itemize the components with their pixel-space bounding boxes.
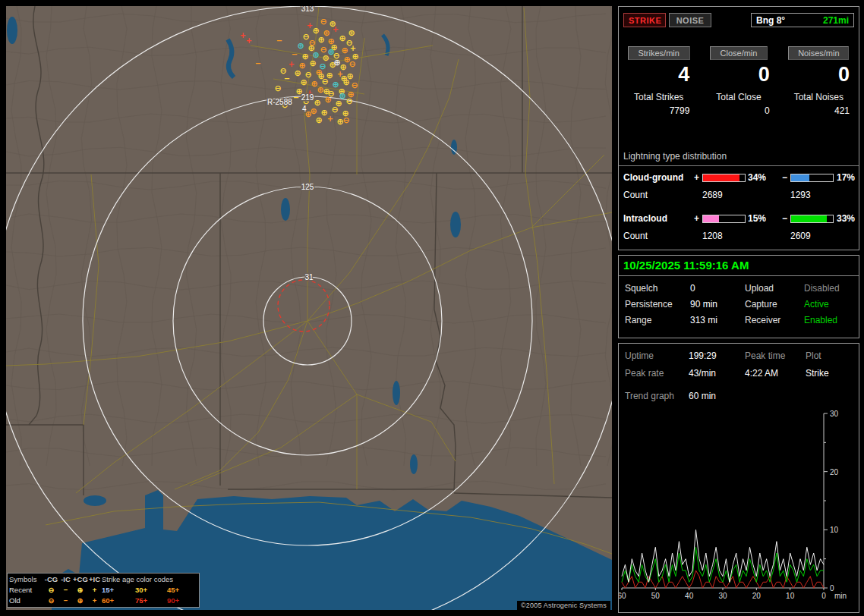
cg-negative-fill	[791, 174, 809, 181]
plot-value: Strike	[806, 368, 829, 379]
strikes-column: Strikes/min 4 Total Strikes 7799	[619, 46, 698, 116]
divider	[619, 275, 859, 276]
station-label: R-2588	[267, 98, 292, 106]
cloud-ground-row: Cloud-ground + 34% − 17%	[619, 172, 859, 184]
peak-time-label: Peak time	[745, 350, 785, 361]
strike-symbol: ⊕	[327, 47, 334, 57]
counters-section: STRIKE NOISE Bng 8° 271mi Strikes/min 4 …	[618, 6, 859, 250]
strike-symbol: ⊕	[317, 35, 324, 45]
legend-header-age-codes: Strike age color codes	[102, 574, 197, 585]
rate-counters: Strikes/min 4 Total Strikes 7799 Close/m…	[619, 46, 859, 116]
plus-icon: +	[87, 596, 102, 606]
strike-symbol: ⊖	[279, 66, 286, 76]
map[interactable]: ⊕⊕+⊖⊕⊕⊕⊖⊕⊕⊖⊕⊕+−⊕⊕⊕⊖⊕⊕+⊕⊕⊖⊕⊕⊖⊕⊖⊕⊕+⊕−⊕⊕⊖⊕⊕…	[6, 6, 612, 610]
peak-rate-value: 43/min	[689, 368, 716, 379]
x-tick-label: 60	[619, 592, 626, 600]
strike-symbol: +	[246, 36, 252, 45]
datetime: 10/25/2025 11:59:16 AM	[623, 259, 749, 272]
close-per-min-value: 0	[698, 63, 778, 92]
strike-symbol: −	[255, 59, 261, 68]
age-30: 30+	[135, 585, 167, 596]
ic-negative-fill	[791, 215, 827, 222]
close-column: Close/min 0 Total Close 0	[698, 46, 778, 116]
strike-symbol: ⊕	[315, 115, 322, 125]
age-75: 75+	[135, 596, 167, 606]
strike-symbol: ⊕	[339, 91, 345, 101]
stats-row: Uptime 199:29 Peak time Plot	[619, 350, 859, 363]
strike-symbol: ⊖	[320, 17, 326, 27]
count-label: Count	[623, 190, 648, 200]
map-panel[interactable]: ⊕⊕+⊖⊕⊕⊕⊖⊕⊕⊖⊕⊕+−⊕⊕⊕⊖⊕⊕+⊕⊕⊖⊕⊕⊖⊕⊖⊕⊕+⊕−⊕⊕⊖⊕⊕…	[6, 6, 612, 610]
ring-distance-label: 219	[301, 93, 314, 102]
noise-indicator[interactable]: NOISE	[669, 13, 711, 27]
status-row: Persistence 90 min Capture Active	[619, 299, 859, 311]
bearing-value: Bng 8°	[756, 15, 785, 26]
peak-time-value: 4:22 AM	[745, 368, 778, 379]
uptime-label: Uptime	[625, 350, 654, 361]
x-tick-label: 50	[651, 592, 661, 600]
capture-state: Active	[804, 299, 829, 310]
upload-state: Disabled	[804, 283, 840, 294]
x-tick-label: 30	[718, 592, 727, 600]
x-tick-label: 20	[752, 592, 762, 600]
circle-minus-icon: ⊖	[44, 585, 58, 596]
total-close-label: Total Close	[698, 92, 778, 102]
status-row: Squelch 0 Upload Disabled	[619, 283, 859, 295]
cloud-ground-label: Cloud-ground	[623, 172, 683, 183]
strike-symbol: +	[240, 31, 246, 39]
strike-symbol: ⊕	[297, 41, 304, 51]
strike-symbol: ⊕	[348, 28, 355, 38]
stats-row: Peak rate 43/min 4:22 AM Strike	[619, 368, 859, 380]
copyright: ©2005 Astrogenic Systems	[517, 601, 610, 610]
minus-icon: −	[58, 596, 73, 606]
status-section: 10/25/2025 11:59:16 AM Squelch 0 Upload …	[618, 255, 859, 338]
cg-negative-pct: 17%	[837, 172, 855, 183]
total-strikes-label: Total Strikes	[619, 92, 698, 102]
strike-symbol: −	[292, 50, 298, 58]
ring-distance-label: 313	[301, 6, 314, 13]
strike-symbol: ⊖	[348, 59, 355, 69]
circle-plus-icon: ⊕	[73, 596, 87, 606]
uptime-value: 199:29	[689, 350, 717, 361]
receiver-state: Enabled	[804, 315, 837, 325]
ic-negative-bar	[790, 215, 834, 223]
cloud-ground-counts: Count 2689 1293	[619, 190, 859, 202]
minus-sign: −	[782, 172, 787, 183]
persistence-label: Persistence	[625, 299, 673, 310]
strike-symbol: ⊕	[339, 33, 345, 43]
distance-value: 271mi	[823, 15, 849, 26]
side-panel: STRIKE NOISE Bng 8° 271mi Strikes/min 4 …	[616, 0, 864, 616]
x-tick-label: 10	[786, 592, 795, 600]
plus-sign: +	[694, 172, 699, 183]
total-noises-value: 421	[779, 105, 859, 116]
legend-header-pos-ic: +IC	[87, 574, 102, 585]
close-per-min-label: Close/min	[710, 46, 768, 60]
ic-positive-pct: 15%	[748, 213, 766, 224]
range-label: Range	[625, 315, 651, 325]
ic-negative-count: 2609	[790, 231, 811, 241]
plus-sign: +	[694, 213, 699, 224]
squelch-value: 0	[690, 283, 695, 294]
range-value: 313 mi	[690, 315, 717, 325]
status-row: Range 313 mi Receiver Enabled	[619, 315, 859, 327]
strike-symbol: +	[307, 21, 313, 30]
legend-row-old: Old	[9, 596, 44, 606]
age-60: 60+	[102, 596, 135, 606]
x-tick-label: 40	[685, 592, 694, 600]
legend-header-neg-ic: -IC	[58, 574, 73, 585]
strike-symbol: ⊖	[274, 83, 281, 93]
strike-symbol: ⊕	[340, 74, 347, 83]
persistence-value: 90 min	[690, 299, 717, 310]
strike-symbol: ⊕	[317, 71, 324, 81]
trend-graph-value: 60 min	[689, 391, 716, 401]
circle-minus-icon: ⊖	[44, 596, 58, 606]
receiver-label: Receiver	[745, 315, 780, 325]
strike-symbol: ⊕	[323, 86, 330, 96]
strike-symbol: ⊕	[333, 58, 340, 68]
strikes-per-min-value: 4	[619, 63, 698, 92]
ic-negative-pct: 33%	[837, 213, 855, 224]
strike-indicator[interactable]: STRIKE	[623, 13, 666, 27]
age-90: 90+	[167, 596, 197, 606]
ic-positive-bar	[702, 215, 746, 223]
legend-header-neg-cg: -CG	[44, 574, 58, 585]
